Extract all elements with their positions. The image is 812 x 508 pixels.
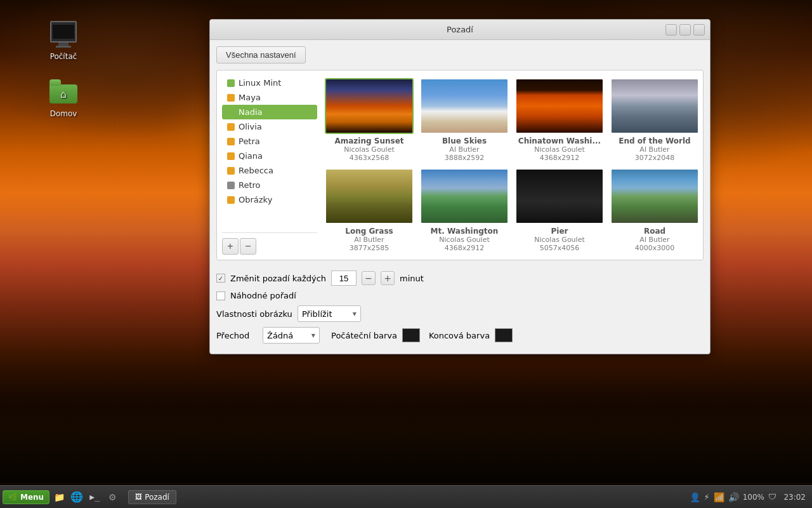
wallpaper-size: 4000x3000 — [635, 244, 675, 252]
wifi-icon: 📶 — [714, 492, 724, 502]
interval-input[interactable] — [331, 271, 357, 286]
wallpaper-size: 4368x2912 — [540, 154, 580, 162]
folder-color-dot — [227, 123, 235, 131]
interval-increment-button[interactable]: + — [381, 271, 395, 285]
change-interval-checkbox[interactable] — [216, 274, 225, 283]
interval-decrement-button[interactable]: − — [362, 271, 376, 285]
sidebar-item-linux-mint[interactable]: Linux Mint — [222, 76, 317, 90]
sidebar-item-label: Olivia — [239, 122, 262, 131]
wallpaper-dialog: Pozadí Všechna nastavení Linux MintMayaN… — [209, 19, 710, 354]
wallpaper-name: Amazing Sunset — [334, 137, 403, 145]
end-color-label: Koncová barva — [429, 331, 490, 340]
dialog-titlebar: Pozadí — [210, 20, 710, 40]
wallpaper-name: Road — [644, 227, 665, 236]
folder-color-dot — [227, 196, 235, 204]
window-label: Pozadí — [145, 493, 169, 502]
maximize-button[interactable] — [679, 24, 691, 36]
sidebar-item-obrazky[interactable]: Obrázky — [222, 192, 317, 207]
random-order-checkbox[interactable] — [216, 291, 225, 300]
wallpaper-name: Pier — [551, 227, 568, 236]
clock: 23:02 — [780, 493, 806, 502]
home-folder-icon: ⌂ — [48, 76, 79, 107]
volume-icon: 🔊 — [728, 492, 739, 502]
change-interval-label: Změnit pozadí každých — [230, 274, 326, 283]
wallpaper-thumbnail-long-grass — [326, 170, 412, 223]
menu-icon: 🌿 — [8, 493, 18, 502]
menu-button[interactable]: 🌿 Menu — [3, 490, 49, 504]
window-icon: 🖼 — [135, 493, 142, 501]
folder-color-dot — [227, 79, 235, 87]
sidebar-item-label: Linux Mint — [239, 78, 281, 88]
sidebar-item-qiana[interactable]: Qiana — [222, 149, 317, 163]
wallpaper-author: Nicolas Goulet — [534, 236, 584, 244]
wallpaper-item-blue-skies[interactable]: Blue SkiesAl Butler3888x2592 — [420, 78, 509, 162]
taskbar-window-pozadi[interactable]: 🖼 Pozadí — [128, 490, 176, 504]
wallpaper-thumbnail-pier — [516, 170, 603, 223]
desktop-icon-home[interactable]: ⌂ Domov — [38, 76, 89, 118]
start-color-swatch[interactable] — [402, 328, 420, 342]
dialog-title: Pozadí — [447, 25, 473, 34]
window-controls — [665, 24, 705, 36]
terminal-button[interactable]: ▶_ — [86, 489, 103, 505]
image-props-label: Vlastnosti obrázku — [216, 309, 292, 319]
sidebar-item-rebecca[interactable]: Rebecca — [222, 163, 317, 178]
random-order-label: Náhodné pořadí — [230, 291, 296, 300]
wallpaper-name: End of the World — [619, 137, 690, 145]
desktop-icon-computer[interactable]: Počítač — [38, 19, 89, 61]
wallpaper-author: Al Butler — [354, 236, 384, 244]
sidebar-item-label: Nadia — [239, 107, 263, 117]
end-color-swatch[interactable] — [495, 328, 513, 342]
menu-label: Menu — [20, 493, 44, 502]
wallpaper-item-mt-washington[interactable]: Mt. WashingtonNicolas Goulet4368x2912 — [420, 168, 509, 252]
wallpaper-author: Al Butler — [449, 145, 479, 154]
minimize-button[interactable] — [665, 24, 677, 36]
folder-color-dot — [227, 109, 235, 116]
wallpaper-item-amazing-sunset[interactable]: Amazing SunsetNicolas Goulet4363x2568 — [325, 78, 414, 162]
computer-icon — [48, 19, 79, 50]
sidebar-item-label: Maya — [239, 93, 261, 102]
wallpaper-author: Nicolas Goulet — [439, 236, 489, 244]
sidebar-remove-button[interactable]: − — [240, 238, 256, 255]
wallpaper-thumbnail-road — [612, 170, 698, 223]
transition-label: Přechod — [216, 331, 258, 340]
image-props-dropdown[interactable]: Přiblížit — [298, 305, 361, 322]
sidebar-add-button[interactable]: + — [222, 238, 239, 255]
image-props-row: Vlastnosti obrázku Přiblížit — [216, 305, 704, 322]
wallpaper-item-pier[interactable]: PierNicolas Goulet5057x4056 — [515, 168, 604, 252]
wallpaper-author: Nicolas Goulet — [534, 145, 584, 154]
transition-row: Přechod Žádná Počáteční barva Koncová ba… — [216, 327, 704, 344]
sidebar-item-petra[interactable]: Petra — [222, 134, 317, 149]
wallpaper-grid-container[interactable]: Amazing SunsetNicolas Goulet4363x2568Blu… — [322, 76, 698, 255]
wallpaper-size: 3888x2592 — [445, 154, 485, 162]
sidebar-item-retro[interactable]: Retro — [222, 178, 317, 192]
wallpaper-author: Al Butler — [639, 145, 669, 154]
wallpaper-name: Chinatown Washi... — [518, 137, 601, 145]
transition-dropdown[interactable]: Žádná — [263, 327, 320, 344]
browser-button[interactable]: 🌐 — [69, 489, 85, 505]
minutes-label: minut — [400, 274, 424, 283]
random-order-row: Náhodné pořadí — [216, 291, 704, 300]
all-settings-button[interactable]: Všechna nastavení — [216, 46, 306, 64]
taskbar: 🌿 Menu 📁 🌐 ▶_ ⚙ 🖼 Pozadí 👤 ⚡ 📶 🔊 100% 🛡 … — [0, 485, 812, 508]
main-area: Linux MintMayaNadiaOliviaPetraQianaRebec… — [216, 70, 704, 260]
sidebar-item-maya[interactable]: Maya — [222, 90, 317, 105]
start-color-label: Počáteční barva — [331, 331, 397, 340]
close-button[interactable] — [693, 24, 705, 36]
home-icon-label: Domov — [50, 109, 77, 118]
wallpaper-item-long-grass[interactable]: Long GrassAl Butler3877x2585 — [325, 168, 414, 252]
file-manager-button[interactable]: 📁 — [51, 489, 67, 505]
wallpaper-size: 4363x2568 — [350, 154, 390, 162]
wallpaper-item-road[interactable]: RoadAl Butler4000x3000 — [610, 168, 698, 252]
wallpaper-size: 5057x4056 — [540, 244, 580, 252]
wallpaper-thumbnail-end-of-world — [612, 79, 698, 133]
settings-button[interactable]: ⚙ — [104, 489, 121, 505]
sidebar-item-nadia[interactable]: Nadia — [222, 105, 317, 119]
folder-color-dot — [227, 94, 235, 102]
wallpaper-name: Long Grass — [345, 227, 393, 236]
sidebar: Linux MintMayaNadiaOliviaPetraQianaRebec… — [222, 76, 317, 255]
wallpaper-item-end-of-world[interactable]: End of the WorldAl Butler3072x2048 — [610, 78, 698, 162]
sidebar-item-olivia[interactable]: Olivia — [222, 119, 317, 134]
wallpaper-thumbnail-mt-washington — [421, 170, 508, 223]
wallpaper-item-chinatown[interactable]: Chinatown Washi...Nicolas Goulet4368x291… — [515, 78, 604, 162]
sidebar-item-label: Qiana — [239, 151, 263, 161]
